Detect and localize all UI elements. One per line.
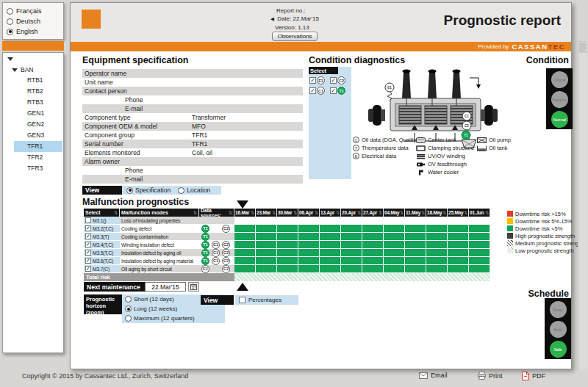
sensor-toggle-c1[interactable]: ✓C1 [309,87,330,95]
spec-row: Unit name [82,78,303,87]
view-option-specification[interactable]: Specification [126,187,171,194]
source-badge-c1: C1 [211,241,220,249]
risk-legend-item: Low prognostic strength [507,247,584,254]
horizon-option[interactable]: Long (12 weeks) [125,305,225,314]
malfunction-mode-cell: Winding insulation defect [120,241,199,249]
pdf-button[interactable]: PDF [522,372,545,380]
risk-cell [277,217,298,225]
sidebar-item-gen1[interactable]: GEN1 [3,108,63,119]
risk-cell [298,249,320,257]
column-header-modes[interactable]: Malfunction modes⇅ [120,209,199,217]
malfunction-mode-cell: Insulation defect by aging oil [120,249,199,257]
brand-bar: Provided by CASSANTEC [71,42,571,51]
sensor-toggle-t1[interactable]: ✓T1 [330,87,351,95]
legend-label: UV/OV winding [428,153,465,159]
risk-legend: Downtime risk >15%Downtime risk 5%-15%Do… [507,210,584,254]
column-header-date[interactable]: 16.Mar⇅ [234,209,256,217]
checkbox-icon[interactable]: ✓ [85,225,91,231]
column-header-select[interactable]: Select⇅ [84,209,120,217]
horizon-option[interactable]: Maximum (12 quarters) [125,314,225,323]
tree-node-root[interactable]: BAN [12,66,33,73]
legend-label: Medium prognostic strength [515,240,584,247]
checkbox-icon[interactable]: ✓ [330,87,337,94]
risk-cell [341,217,362,225]
spec-row: Contact person [82,87,303,95]
calendar-button[interactable] [188,282,199,292]
checkbox-icon[interactable] [85,217,91,223]
column-header-date[interactable]: 13.Apr⇅ [320,209,341,217]
sidebar-item-gen2[interactable]: GEN2 [3,119,63,130]
malfunction-id: M3.7(C) [93,267,110,272]
spec-label: Phone [82,167,232,174]
observations-button[interactable]: Observations [272,32,318,41]
row-select-cell: ✓M3.4(T,C) [84,241,120,249]
equipment-section-title: Equipment specification [82,55,188,65]
risk-cell [362,241,384,249]
column-header-date[interactable]: 11.May⇅ [405,209,426,217]
email-button[interactable]: Email [419,372,448,379]
column-header-date[interactable]: 18.May⇅ [426,209,448,217]
column-header-date[interactable]: 30.Mar⇅ [277,209,298,217]
column-header-date[interactable]: 23.Mar⇅ [256,209,277,217]
checkbox-icon[interactable]: ✓ [85,242,91,247]
sort-icon: ⇅ [485,210,489,215]
column-header-date[interactable]: 04.May⇅ [384,209,405,217]
date-back-icon[interactable]: ◀ [270,16,274,22]
checkbox-icon[interactable]: ✓ [330,77,337,84]
view-option-location[interactable]: Location [178,187,210,194]
sidebar-item-tfr1[interactable]: TFR1 [14,141,62,152]
date-label: 04.May [384,210,399,215]
spec-value: TFR1 [192,131,303,139]
next-maintenance-input[interactable]: 22.Mar'15 [145,282,186,292]
scrollbar-thumb[interactable] [579,43,587,53]
sensor-toggle-e1[interactable]: ✓E1 [309,76,330,84]
checkbox-icon[interactable]: ✓ [85,234,91,239]
malfunction-mode-cell: Insulation defect by aging material [120,257,199,265]
language-option-français[interactable]: Français [3,6,63,16]
column-header-date[interactable]: 01.Jun⇅ [469,209,490,217]
risk-cell [256,217,277,225]
vertical-scrollbar[interactable] [578,41,587,369]
checkbox-icon[interactable]: ✓ [85,266,91,272]
legend-label: Oil tank [489,145,507,151]
spec-label: Alarm owner [82,158,192,165]
checkbox-icon[interactable]: ✓ [85,250,91,256]
checkbox-icon[interactable]: ✓ [309,87,316,94]
column-header-date[interactable]: 25.May⇅ [448,209,469,217]
part-legend-item: Water cooler [416,168,474,176]
source-badge-c2: C2 [221,225,231,233]
sidebar-item-rtb1[interactable]: RTB1 [3,75,63,86]
source-badge-t1: T1 [201,249,210,257]
sensor-toggle-c2[interactable]: ✓C2 [330,76,351,84]
option-label: Location [187,187,210,194]
checkbox-icon[interactable]: ✓ [309,77,316,84]
spec-label: E-mail [82,176,232,183]
data-sources-cell: T1 [199,233,234,241]
print-button[interactable]: Print [478,372,503,380]
column-header-date[interactable]: 06.Apr⇅ [298,209,320,217]
risk-cell [298,233,320,241]
risk-cell [234,249,256,257]
language-option-english[interactable]: English [3,26,63,37]
checkbox-icon[interactable]: ✓ [85,258,91,264]
sidebar-item-tfr3[interactable]: TFR3 [3,163,63,174]
risk-timeline [234,241,490,249]
source-badge-t1: T1 [201,233,210,241]
sidebar-item-rtb2[interactable]: RTB2 [3,86,63,97]
column-header-date[interactable]: 27.Apr⇅ [362,209,384,217]
sidebar-item-rtb3[interactable]: RTB3 [3,97,63,108]
report-no: Report no.: [270,7,319,15]
language-option-deutsch[interactable]: Deutsch [3,16,63,26]
sensor-badge-e1: E1 [317,76,325,84]
legend-swatch [507,218,513,224]
tree-root-label: BAN [21,66,33,73]
source-badge-icon: C1 [212,257,220,265]
sidebar-item-tfr2[interactable]: TFR2 [3,152,63,163]
column-header-date[interactable]: 20.Apr⇅ [341,209,362,217]
report-header: Report no.: ◀ Date: 22.Mar'15 Version: 1… [71,3,571,42]
tree-collapse-caret-icon[interactable] [7,57,13,61]
column-header-sources[interactable]: Data sources:⇅ [199,209,234,217]
water-cooler-icon [416,170,426,176]
sidebar-item-gen3[interactable]: GEN3 [3,130,63,141]
percentages-checkbox[interactable] [239,297,245,303]
